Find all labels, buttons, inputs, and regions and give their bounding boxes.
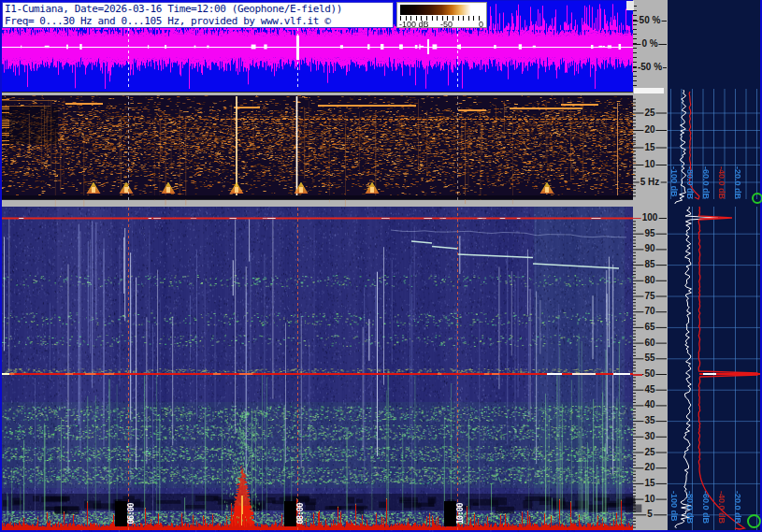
colorbar-min-label: -100 dB (399, 20, 429, 29)
time-axis-label-text: 08:00 (295, 501, 305, 526)
amplitude-tick-label: 50 % (639, 15, 662, 25)
colorbar-gradient (400, 5, 483, 15)
colorbar-max-label: 0 (479, 20, 483, 29)
high-freq-tick-label: 100 (641, 212, 659, 223)
time-axis-label: 06:00 (115, 501, 127, 526)
high-freq-tick-label: 35 (643, 415, 655, 425)
amplitude-tick-label: -50 % (637, 62, 663, 72)
colorbar-mid-label: -50 (440, 20, 453, 29)
db-axis-label-high: -100 dB (669, 491, 679, 522)
low-freq-tick-label: 25 (643, 108, 655, 118)
station-info-line1: I1-Cumiana, Date=2026-03-16 Time=12:00 (… (5, 4, 391, 16)
time-axis-label: 10:00 (444, 501, 456, 526)
time-axis-label-text: 10:00 (455, 501, 465, 526)
db-axis-label-high: -20.0 dB (733, 491, 742, 524)
db-axis-label-low: -100 dB (669, 166, 679, 197)
db-axis-label-low: -40.0 dB (717, 166, 726, 199)
high-freq-tick-label: 50 (643, 368, 655, 379)
high-freq-tick-label: 40 (643, 399, 655, 410)
vlf-monitor-display: I1-Cumiana, Date=2026-03-16 Time=12:00 (… (0, 0, 762, 532)
high-freq-tick-label: 30 (643, 431, 655, 441)
db-axis-label-high: -80.0 dB (685, 491, 695, 524)
amplitude-tick-label: 0 % (640, 38, 658, 49)
station-info-line2: Freq= 0...30 Hz and 0...105 Hz, provided… (5, 16, 391, 28)
low-freq-tick-label: 10 (643, 159, 655, 169)
high-freq-tick-label: 95 (643, 228, 655, 238)
high-freq-tick-label: 25 (643, 447, 655, 457)
time-axis-label: 08:00 (284, 501, 296, 526)
db-axis-label-high: -40.0 dB (717, 491, 726, 524)
high-freq-tick-label: 15 (643, 478, 655, 488)
db-axis-label-high: -60.0 dB (701, 491, 711, 524)
low-freq-tick-label: 20 (643, 124, 655, 135)
high-freq-tick-label: 85 (643, 259, 655, 269)
high-freq-tick-label: 10 (643, 494, 655, 504)
high-freq-tick-label: 60 (643, 338, 655, 348)
marker-circle-low (752, 193, 762, 204)
high-freq-tick-label: 45 (643, 384, 655, 395)
db-axis-label-low: -60.0 dB (701, 166, 711, 199)
db-axis-label-low: -80.0 dB (685, 166, 695, 199)
low-freq-tick-label: 5 Hz (640, 177, 661, 187)
high-freq-tick-label: 5 (646, 509, 654, 519)
high-freq-tick-label: 65 (643, 322, 655, 332)
high-freq-tick-label: 70 (643, 306, 655, 316)
high-freq-tick-label: 90 (643, 243, 655, 253)
colorbar: -100 dB -50 0 (396, 2, 487, 28)
marker-circle-high (747, 514, 761, 528)
db-axis-label-low: -20.0 dB (733, 166, 742, 199)
station-info-box: I1-Cumiana, Date=2026-03-16 Time=12:00 (… (2, 2, 394, 28)
high-freq-tick-label: 20 (643, 462, 655, 472)
low-freq-tick-label: 15 (643, 142, 655, 152)
high-freq-tick-label: 75 (643, 291, 655, 301)
high-freq-tick-label: 80 (643, 275, 655, 285)
time-axis-label-text: 06:00 (126, 501, 136, 526)
high-freq-tick-label: 55 (643, 352, 655, 363)
